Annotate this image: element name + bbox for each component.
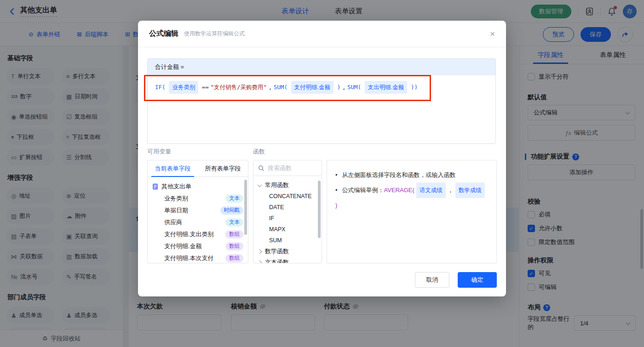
variable-item[interactable]: 业务类别 文本 (152, 193, 248, 205)
formula-token: , (269, 84, 272, 91)
function-group-text[interactable]: 文本函数 (258, 257, 322, 263)
variable-label: 支付明细.本次支付 (164, 254, 214, 262)
search-icon (258, 165, 264, 171)
variables-tabs: 当前表单字段 所有表单字段 (148, 160, 248, 177)
formula-editor: 合计金额 = IF( 业务类别 == "支付销售/采购费用" , SUM( 支付… (147, 58, 496, 144)
formula-string: "支付销售/采购费用" (211, 84, 267, 91)
formula-token: , (342, 84, 346, 91)
confirm-button[interactable]: 确定 (458, 272, 497, 288)
type-badge: 数组 (225, 242, 243, 250)
chevron-right-icon (258, 260, 262, 263)
variable-item[interactable]: 支付明细.支出类别 数组 (152, 228, 248, 240)
scrollbar-thumb[interactable] (244, 180, 247, 235)
functions-label: 函数 (253, 148, 265, 156)
help-panel: •从左侧面板选择字段名和函数，或输入函数 •公式编辑举例：AVERAGE(语文成… (327, 160, 497, 263)
formula-expression[interactable]: IF( 业务类别 == "支付销售/采购费用" , SUM( 支付明细.金额 )… (155, 81, 488, 94)
type-badge: 数组 (225, 254, 243, 262)
variable-label: 供应商 (164, 218, 182, 227)
close-icon[interactable]: × (490, 29, 495, 38)
variables-tree: 其他支出单 业务类别 文本 单据日期 时间戳 供应商 文本 支付明细.支出类别 … (148, 177, 248, 263)
type-badge: 文本 (225, 218, 243, 227)
document-icon (152, 183, 158, 190)
function-group-label: 数学函数 (265, 247, 289, 256)
modal-footer: 取消 确定 (415, 272, 497, 288)
modal-title: 公式编辑 (149, 29, 178, 39)
tab-current-form-fields[interactable]: 当前表单字段 (148, 160, 198, 176)
function-group-math[interactable]: 数学函数 (258, 246, 322, 257)
formula-token: )) (411, 84, 418, 91)
cancel-button[interactable]: 取消 (415, 272, 449, 288)
formula-token: SUM( (274, 84, 288, 91)
app-window: 其他支出单 表单设计 表单设置 数据管理 存 ⊘ 表单外链 (0, 0, 644, 347)
variable-label: 业务类别 (164, 194, 188, 203)
help-example: •公式编辑举例：AVERAGE(语文成绩，数学成绩) (335, 182, 488, 213)
variable-label: 支付明细.支出类别 (164, 230, 214, 239)
scrollbar-thumb[interactable] (318, 181, 321, 238)
field-chip: 数学成绩 (455, 182, 485, 198)
function-item[interactable]: DATE (258, 202, 322, 213)
functions-tree: 常用函数 CONCATENATE DATE IF MAPX SUM 数学函数 文… (253, 176, 322, 263)
tree-root-label: 其他支出单 (161, 182, 191, 191)
formula-token: == (202, 84, 209, 91)
variables-label: 可用变量 (147, 148, 171, 156)
modal-subtitle: 使用数学运算符编辑公式 (184, 30, 245, 38)
field-chip[interactable]: 业务类别 (169, 81, 198, 94)
formula-token: SUM( (347, 84, 361, 91)
variable-item[interactable]: 支付明细.本次支付 数组 (152, 252, 248, 263)
function-item[interactable]: IF (258, 213, 322, 224)
field-chip[interactable]: 支付明细.金额 (291, 81, 334, 94)
variables-panel: 当前表单字段 所有表单字段 其他支出单 业务类别 文本 单据日期 时间戳 供应商 (147, 160, 248, 263)
variable-label: 支付明细.金额 (164, 242, 202, 250)
function-group-label: 常用函数 (265, 181, 289, 189)
variable-item[interactable]: 供应商 文本 (152, 216, 248, 228)
function-item[interactable]: CONCATENATE (258, 191, 322, 202)
function-item[interactable]: SUM (258, 235, 322, 246)
field-chip: 语文成绩 (416, 182, 446, 198)
help-tip: •从左侧面板选择字段名和函数，或输入函数 (335, 168, 488, 182)
variable-label: 单据日期 (164, 206, 188, 215)
variable-item[interactable]: 支付明细.金额 数组 (152, 240, 248, 252)
function-search (253, 160, 322, 176)
type-badge: 时间戳 (220, 206, 244, 215)
variable-item[interactable]: 单据日期 时间戳 (152, 205, 248, 216)
function-item[interactable]: MAPX (258, 224, 322, 235)
functions-panel: 常用函数 CONCATENATE DATE IF MAPX SUM 数学函数 文… (253, 160, 322, 263)
formula-target: 合计金额 = (148, 59, 495, 75)
formula-token: ) (337, 84, 341, 91)
tree-root-item[interactable]: 其他支出单 (152, 181, 248, 193)
chevron-right-icon (258, 249, 262, 254)
search-input[interactable] (268, 165, 314, 171)
field-chip[interactable]: 支出明细.金额 (365, 81, 407, 94)
chevron-down-icon (258, 182, 262, 187)
function-group-label: 文本函数 (265, 258, 289, 263)
formula-token: IF( (155, 84, 166, 91)
tab-all-form-fields[interactable]: 所有表单字段 (198, 160, 248, 176)
modal-header: 公式编辑 使用数学运算符编辑公式 × (138, 21, 506, 47)
formula-edit-modal: 公式编辑 使用数学运算符编辑公式 × 合计金额 = IF( 业务类别 == "支… (138, 21, 506, 296)
function-group-common[interactable]: 常用函数 (258, 180, 322, 191)
type-badge: 数组 (225, 230, 243, 239)
type-badge: 文本 (225, 194, 243, 203)
formula-input-area[interactable]: IF( 业务类别 == "支付销售/采购费用" , SUM( 支付明细.金额 )… (148, 75, 495, 143)
